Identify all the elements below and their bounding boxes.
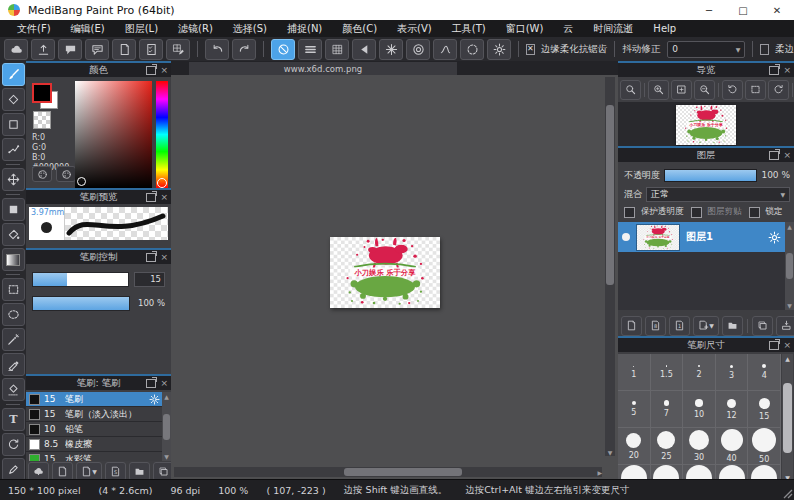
canvas-tab[interactable]: www.x6d.com.png	[189, 62, 457, 75]
popout-icon[interactable]	[769, 341, 779, 350]
select-rect-tool[interactable]	[2, 278, 25, 301]
reset-view-button[interactable]	[745, 80, 766, 100]
menu-item-12[interactable]: 时间流逝	[584, 22, 642, 36]
undo-button[interactable]	[205, 39, 229, 60]
document-button[interactable]	[112, 39, 136, 60]
scroll-thumb[interactable]	[783, 383, 792, 453]
brush-list-item[interactable]: 15笔刷（淡入淡出）	[26, 407, 162, 422]
curve-snap-button[interactable]	[433, 39, 457, 60]
menu-item-3[interactable]: 图层(L)	[116, 22, 167, 36]
pen-tool[interactable]	[2, 458, 25, 481]
rotate-view-tool[interactable]	[2, 433, 25, 456]
palette-button[interactable]	[32, 166, 52, 182]
soft-edge-checkbox[interactable]	[760, 44, 769, 55]
brush-size-cell[interactable]: 3	[716, 354, 749, 391]
brush-size-cell[interactable]: 30	[683, 428, 716, 465]
foreground-color-swatch[interactable]	[32, 83, 52, 103]
brush-list-item[interactable]: 15水彩笔	[26, 452, 162, 461]
brush-size-cell[interactable]: 50	[748, 428, 781, 465]
rotate-right-button[interactable]	[768, 80, 789, 100]
new-layer-button[interactable]	[621, 316, 642, 336]
ellipse-snap-button[interactable]	[460, 39, 484, 60]
scroll-right-icon[interactable]: ▶	[597, 469, 602, 476]
palette-add-button[interactable]	[56, 166, 76, 182]
brush-size-cell[interactable]: 15	[748, 391, 781, 428]
brush-size-slider[interactable]	[32, 272, 129, 287]
popout-icon[interactable]	[146, 193, 156, 202]
brush-list-scrollbar[interactable]: ▲▼	[162, 392, 171, 461]
text-tool[interactable]	[2, 408, 25, 431]
popout-icon[interactable]	[146, 379, 156, 388]
comment-button[interactable]	[58, 39, 82, 60]
menu-item-10[interactable]: 窗口(W)	[497, 22, 553, 36]
minimize-button[interactable]: ─	[692, 0, 726, 20]
brush-list-item[interactable]: 10铅笔	[26, 422, 162, 437]
merge-layer-button[interactable]	[776, 316, 794, 336]
brush-tool[interactable]	[2, 63, 25, 86]
menu-item-6[interactable]: 捕捉(N)	[278, 22, 331, 36]
rotate-left-button[interactable]	[722, 80, 743, 100]
shape-tool[interactable]	[2, 113, 25, 136]
menu-item-9[interactable]: 工具(T)	[443, 22, 495, 36]
material-grid-button[interactable]	[166, 39, 190, 60]
menu-item-2[interactable]: 编辑(E)	[62, 22, 114, 36]
scroll-thumb[interactable]	[606, 105, 614, 285]
redo-button[interactable]	[232, 39, 256, 60]
close-icon[interactable]: ×	[783, 151, 791, 160]
transparent-color-swatch[interactable]	[33, 111, 51, 129]
menu-item-1[interactable]: 文件(F)	[8, 22, 60, 36]
antialias-checkbox[interactable]: ✕	[526, 44, 535, 55]
close-icon[interactable]: ×	[783, 341, 791, 350]
scroll-thumb[interactable]	[163, 414, 170, 440]
layer-visibility-icon[interactable]	[622, 233, 630, 241]
scroll-up-icon[interactable]: ▲	[787, 223, 792, 230]
brush-list-item[interactable]: 8.5橡皮擦	[26, 437, 162, 452]
hue-slider[interactable]	[156, 81, 168, 188]
brush-opacity-slider[interactable]	[32, 296, 130, 311]
brush-size-cell[interactable]: 1	[618, 354, 651, 391]
maximize-button[interactable]: □	[726, 0, 760, 20]
scroll-up-icon[interactable]: ▲	[164, 393, 169, 400]
new-1bit-layer-button[interactable]	[669, 316, 690, 336]
checklist-button[interactable]	[139, 39, 163, 60]
duplicate-layer-button[interactable]	[752, 316, 773, 336]
resize-grip[interactable]	[781, 487, 793, 499]
cloud-button[interactable]	[4, 39, 28, 60]
polyline-tool[interactable]	[2, 138, 25, 161]
eraser-tool[interactable]	[2, 88, 25, 111]
new-8bit-layer-button[interactable]	[645, 316, 666, 336]
brush-size-cell[interactable]: 7	[651, 391, 684, 428]
scroll-down-icon[interactable]: ▼	[164, 453, 169, 460]
gradient-tool[interactable]	[2, 248, 25, 271]
snap-settings-button[interactable]	[487, 39, 511, 60]
brush-size-cell[interactable]: 2	[683, 354, 716, 391]
clipping-checkbox[interactable]	[691, 207, 702, 218]
brush-size-cell[interactable]: 5	[618, 391, 651, 428]
canvas-vscrollbar[interactable]: ▼	[605, 77, 615, 456]
menu-item-5[interactable]: 选择(S)	[224, 22, 276, 36]
brush-size-cell[interactable]: 25	[651, 428, 684, 465]
saturation-value-picker[interactable]	[75, 81, 152, 188]
select-pen-tool[interactable]	[2, 353, 25, 376]
blend-mode-dropdown[interactable]: 正常 ▼	[646, 187, 790, 202]
popout-icon[interactable]	[769, 151, 779, 160]
brush-list-item[interactable]: 15笔刷	[26, 392, 162, 407]
zoom-out-button[interactable]	[694, 80, 715, 100]
protect-alpha-checkbox[interactable]	[624, 207, 635, 218]
stabilizer-dropdown[interactable]: 0 ▼	[667, 41, 745, 58]
fill-rect-tool[interactable]	[2, 198, 25, 221]
close-icon[interactable]: ×	[160, 379, 168, 388]
close-icon[interactable]: ×	[160, 193, 168, 202]
close-button[interactable]: ✕	[760, 0, 794, 20]
canvas-hscrollbar[interactable]: ▶	[174, 467, 602, 477]
layer-list-scrollbar[interactable]: ▲▼	[785, 222, 794, 310]
navigator-preview[interactable]	[618, 102, 794, 148]
layer-folder-button[interactable]	[722, 316, 743, 336]
close-icon[interactable]: ×	[783, 66, 791, 75]
menu-item-7[interactable]: 颜色(C)	[333, 22, 386, 36]
correction-off-button[interactable]	[271, 39, 295, 60]
bucket-tool[interactable]	[2, 223, 25, 246]
zoom-actual-button[interactable]	[620, 80, 641, 100]
menu-item-8[interactable]: 表示(V)	[388, 22, 441, 36]
canvas-area[interactable]: www.x6d.com.png ▼ ▶	[171, 61, 618, 480]
